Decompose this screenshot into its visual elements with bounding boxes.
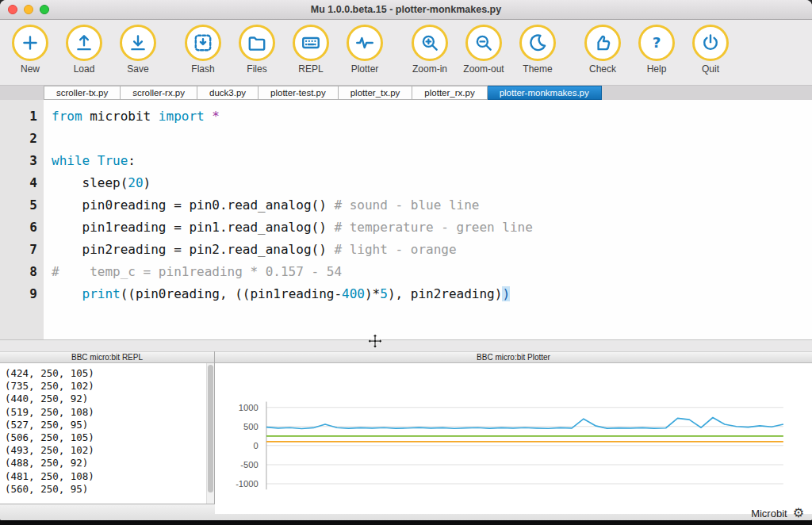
repl-line: (424, 250, 105) [5,367,209,380]
line-number: 7 [0,239,44,261]
code-line-3: 3while True: [0,150,812,172]
code-line-9: 9 print((pin0reading, ((pin1reading-400)… [0,283,812,305]
plotter-pane-header: BBC micro:bit Plotter [215,351,812,363]
toolbar-button-help[interactable]: ?Help [630,25,684,75]
toolbar-button-save[interactable]: Save [111,25,165,75]
svg-text:1000: 1000 [239,403,259,412]
toolbar-button-new[interactable]: New [3,25,57,75]
toolbar-button-files[interactable]: Files [230,25,284,75]
line-number: 6 [0,217,44,239]
tab-plotter_tx.py[interactable]: plotter_tx.py [339,86,413,100]
repl-line: (488, 250, 92) [5,457,209,469]
repl-line: (481, 250, 108) [5,470,209,483]
question-icon: ? [638,25,675,61]
repl-line: (440, 250, 92) [5,393,209,405]
mu-window: Mu 1.0.0.beta.15 - plotter-monkmakes.py … [0,0,812,520]
line-number: 8 [0,261,44,283]
toolbar: NewLoadSaveFlashFilesREPLPlotterZoom-inZ… [0,20,812,85]
code-line-1: 1from microbit import * [0,105,812,128]
svg-text:500: 500 [243,422,259,431]
tab-bar: scroller-tx.pyscroller-rx.pyduck3.pyplot… [0,85,812,100]
repl-scrollbar[interactable] [206,363,214,504]
flash-icon [185,25,221,61]
plotter-chart-svg: 10005000-500-1000 [224,371,790,508]
upload-icon [66,25,102,61]
waveform-icon [347,25,383,61]
zoom-out-icon [465,25,502,61]
toolbar-button-plotter[interactable]: Plotter [338,25,392,75]
repl-output[interactable]: (424, 250, 105)(735, 250, 102)(440, 250,… [0,363,214,504]
line-number: 5 [0,194,44,217]
plotter-pane: BBC micro:bit Plotter 10005000-500-1000 [215,351,812,504]
toolbar-button-theme[interactable]: Theme [511,25,565,75]
tab-scroller-rx.py[interactable]: scroller-rx.py [121,86,197,100]
keyboard-icon [293,25,329,61]
repl-line: (560, 250, 95) [5,483,209,496]
line-number: 2 [0,128,44,150]
toolbar-button-check[interactable]: Check [576,25,630,75]
close-window-button[interactable] [8,5,17,14]
minimize-window-button[interactable] [24,5,33,14]
tab-plotter-monkmakes.py[interactable]: plotter-monkmakes.py [488,86,602,100]
code-line-6: 6 pin1reading = pin1.read_analog() # tem… [0,217,812,239]
toolbar-button-flash[interactable]: Flash [176,25,230,75]
repl-pane: BBC micro:bit REPL (424, 250, 105)(735, … [0,351,215,504]
svg-text:-500: -500 [240,460,258,469]
moon-icon [519,25,556,61]
toolbar-button-zoom-out[interactable]: Zoom-out [457,25,511,75]
repl-line: (493, 250, 102) [5,444,209,457]
repl-scrollbar-thumb[interactable] [208,365,213,492]
code-line-4: 4 sleep(20) [0,172,812,194]
traffic-lights [8,5,49,14]
pane-splitter[interactable] [0,340,812,351]
repl-line: (527, 250, 95) [5,419,209,431]
code-line-2: 2 [0,128,812,150]
plus-icon [12,25,48,61]
power-icon [692,25,729,61]
repl-line: (506, 250, 105) [5,431,209,444]
download-icon [120,25,156,61]
line-number: 1 [0,105,44,128]
folder-icon [239,25,275,61]
tab-plotter-test.py[interactable]: plotter-test.py [259,86,339,100]
zoom-in-icon [412,25,448,61]
code-line-5: 5 pin0reading = pin0.read_analog() # sou… [0,194,812,217]
bottom-panes: BBC micro:bit REPL (424, 250, 105)(735, … [0,351,812,504]
repl-pane-header: BBC micro:bit REPL [0,351,214,363]
tab-duck3.py[interactable]: duck3.py [197,86,259,100]
toolbar-button-load[interactable]: Load [57,25,111,75]
thumbs-up-icon [584,25,621,61]
code-line-8: 8# temp_c = pin1reading * 0.157 - 54 [0,261,812,283]
line-number: 9 [0,283,44,305]
titlebar: Mu 1.0.0.beta.15 - plotter-monkmakes.py [0,0,812,20]
svg-text:0: 0 [254,441,259,450]
tab-plotter_rx.py[interactable]: plotter_rx.py [412,86,487,100]
window-title: Mu 1.0.0.beta.15 - plotter-monkmakes.py [0,0,812,19]
toolbar-button-zoom-in[interactable]: Zoom-in [403,25,457,75]
mode-label: Microbit [751,508,787,519]
code-line-7: 7 pin2reading = pin2.read_analog() # lig… [0,239,812,261]
toolbar-button-quit[interactable]: Quit [684,25,737,75]
svg-text:?: ? [653,34,661,51]
code-editor[interactable]: 1from microbit import *23while True:4 sl… [0,100,812,340]
line-number: 3 [0,150,44,172]
repl-line: (519, 250, 108) [5,406,209,419]
zoom-window-button[interactable] [40,5,49,14]
line-number: 4 [0,172,44,194]
move-cursor-pointer [366,333,384,351]
gear-icon[interactable]: ⚙ [793,507,804,519]
repl-line: (735, 250, 102) [5,380,209,393]
toolbar-button-repl[interactable]: REPL [284,25,338,75]
svg-text:-1000: -1000 [236,479,259,489]
plotter-chart: 10005000-500-1000 [215,363,812,514]
tab-scroller-tx.py[interactable]: scroller-tx.py [44,86,121,100]
